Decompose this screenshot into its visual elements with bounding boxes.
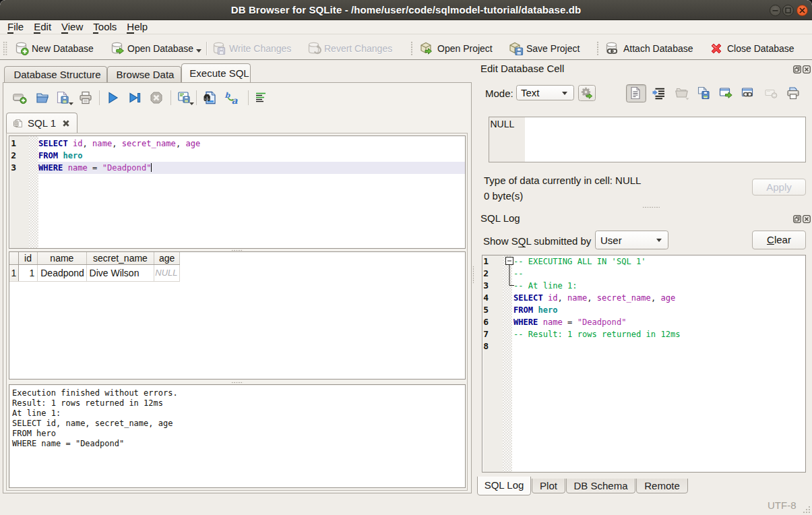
save-project-icon bbox=[507, 40, 524, 57]
code-line-2: FROM hero bbox=[38, 150, 465, 162]
message-line: Execution finished without errors. bbox=[12, 388, 462, 398]
open-in-external-button[interactable] bbox=[718, 86, 733, 102]
edit-cell-dock-title: Edit Database Cell bbox=[480, 63, 564, 74]
print-sql-button[interactable] bbox=[78, 90, 93, 107]
save-project-label: Save Project bbox=[526, 43, 580, 54]
close-database-label: Close Database bbox=[727, 43, 794, 54]
menu-tools[interactable]: Tools bbox=[88, 20, 122, 34]
open-database-dropdown-arrow[interactable] bbox=[196, 49, 201, 53]
open-database-icon bbox=[110, 40, 125, 57]
cell-name[interactable]: Deadpond bbox=[38, 264, 86, 281]
sql-toolbar-separator bbox=[196, 90, 197, 105]
menu-edit[interactable]: Edit bbox=[29, 20, 57, 34]
format-sql-button[interactable] bbox=[253, 90, 268, 107]
open-in-external-icon bbox=[718, 86, 733, 100]
dock-splitter[interactable] bbox=[642, 206, 660, 208]
dock-tab-plot[interactable]: Plot bbox=[532, 479, 565, 493]
clear-button[interactable]: Clear bbox=[752, 231, 806, 249]
cell-editor[interactable]: NULL bbox=[489, 117, 806, 162]
toolbar-separator-handle-2 bbox=[596, 41, 599, 56]
apply-button[interactable]: Apply bbox=[752, 179, 806, 195]
find-and-replace-button[interactable]: ba bbox=[224, 90, 241, 107]
cell-id[interactable]: 1 bbox=[18, 264, 38, 281]
menu-view[interactable]: View bbox=[57, 20, 88, 34]
execute-current-line-button[interactable] bbox=[127, 90, 142, 107]
message-line: SELECT id, name, secret_name, age bbox=[12, 419, 462, 429]
tab-database-structure[interactable]: Database Structure bbox=[4, 66, 107, 82]
find-in-sql-button[interactable] bbox=[202, 90, 217, 107]
sql-log-close-button[interactable] bbox=[803, 214, 811, 222]
code-line-4: SELECT id, name, secret_name, age bbox=[513, 292, 805, 304]
open-sql-file-button[interactable] bbox=[35, 90, 50, 107]
tab-execute-sql[interactable]: Execute SQL bbox=[181, 63, 251, 82]
dock-tab-db-schema[interactable]: DB Schema bbox=[566, 479, 635, 493]
save-results-button[interactable] bbox=[177, 90, 195, 107]
cell-secret_name[interactable]: Dive Wilson bbox=[86, 264, 154, 281]
dock-tab-sql-log[interactable]: SQL Log bbox=[477, 477, 531, 495]
menu-file[interactable]: File bbox=[3, 20, 29, 34]
sql-toolbar-separator bbox=[248, 90, 249, 105]
copy-link-button[interactable] bbox=[741, 86, 755, 102]
close-database-button[interactable]: Close Database bbox=[708, 37, 794, 60]
open-project-icon bbox=[418, 40, 435, 57]
execute-all-button[interactable] bbox=[105, 90, 120, 107]
dock-tab-remote[interactable]: Remote bbox=[636, 479, 688, 493]
column-header-age[interactable]: age bbox=[154, 252, 180, 264]
row-header[interactable]: 1 bbox=[9, 264, 18, 281]
minimize-button[interactable] bbox=[770, 5, 781, 16]
open-database-label: Open Database bbox=[127, 43, 193, 54]
window-title: DB Browser for SQLite - /home/user/code/… bbox=[0, 4, 812, 16]
resize-grip[interactable] bbox=[802, 505, 811, 514]
sql-log-dock-title: SQL Log bbox=[480, 212, 520, 224]
close-button[interactable] bbox=[797, 5, 808, 16]
export-data-icon bbox=[696, 86, 711, 100]
import-data-button[interactable] bbox=[674, 86, 690, 102]
sql-source-combo[interactable]: User bbox=[595, 231, 668, 249]
title-bar[interactable]: DB Browser for SQLite - /home/user/code/… bbox=[0, 0, 812, 20]
tab-browse-data[interactable]: Browse Data bbox=[107, 66, 181, 82]
execution-message-box[interactable]: Execution finished without errors.Result… bbox=[9, 384, 466, 488]
export-data-button[interactable] bbox=[696, 86, 711, 102]
stop-execution-icon bbox=[149, 90, 164, 105]
auto-apply-button[interactable] bbox=[578, 85, 596, 101]
find-in-sql-icon bbox=[202, 90, 217, 105]
save-project-button[interactable]: Save Project bbox=[507, 37, 580, 60]
edit-cell-close-button[interactable] bbox=[803, 64, 811, 72]
toolbar-drag-handle[interactable] bbox=[3, 41, 7, 56]
stop-execution-button[interactable] bbox=[149, 90, 164, 107]
fold-markers[interactable] bbox=[482, 255, 523, 296]
open-database-button[interactable]: Open Database bbox=[110, 37, 193, 60]
open-project-label: Open Project bbox=[437, 43, 493, 54]
sql-tab[interactable]: SQL 1 bbox=[6, 113, 77, 133]
sql-log-editor[interactable]: 12345678 -- EXECUTING ALL IN 'SQL 1'----… bbox=[482, 255, 806, 473]
column-header-secret_name[interactable]: secret_name bbox=[86, 252, 154, 264]
tab-execute-sql-label: Execute SQL bbox=[189, 67, 249, 79]
write-changes-button[interactable]: Write Changes bbox=[212, 37, 291, 60]
column-header-name[interactable]: name bbox=[38, 252, 86, 264]
write-changes-label: Write Changes bbox=[229, 43, 291, 54]
new-sql-tab-button[interactable] bbox=[12, 90, 27, 107]
apply-button-label: Apply bbox=[766, 181, 792, 193]
set-null-button[interactable] bbox=[763, 86, 778, 102]
edit-cell-float-button[interactable] bbox=[793, 64, 801, 72]
cell-age[interactable]: NULL bbox=[154, 264, 180, 281]
save-sql-file-button[interactable] bbox=[55, 90, 74, 107]
code-line-5: FROM hero bbox=[513, 304, 805, 316]
sql-editor[interactable]: 123 SELECT id, name, secret_name, ageFRO… bbox=[9, 135, 466, 249]
cell-size-label: 0 byte(s) bbox=[484, 190, 523, 202]
column-header-id[interactable]: id bbox=[18, 252, 38, 264]
mode-combo[interactable]: Text bbox=[516, 85, 574, 100]
results-messages-splitter[interactable] bbox=[231, 382, 243, 384]
dock-area-splitter[interactable] bbox=[472, 266, 474, 283]
open-project-button[interactable]: Open Project bbox=[418, 37, 493, 60]
new-database-button[interactable]: New Database bbox=[14, 37, 94, 60]
attach-database-button[interactable]: Attach Database bbox=[604, 37, 693, 60]
word-wrap-button[interactable] bbox=[652, 86, 666, 102]
print-cell-button[interactable] bbox=[786, 86, 801, 102]
sql-log-float-button[interactable] bbox=[793, 214, 801, 222]
text-mode-button[interactable] bbox=[629, 86, 642, 102]
close-sql-tab-icon[interactable] bbox=[61, 119, 71, 128]
revert-changes-button[interactable]: Revert Changes bbox=[307, 37, 392, 60]
maximize-button[interactable] bbox=[782, 5, 794, 16]
menu-help[interactable]: Help bbox=[122, 20, 153, 34]
